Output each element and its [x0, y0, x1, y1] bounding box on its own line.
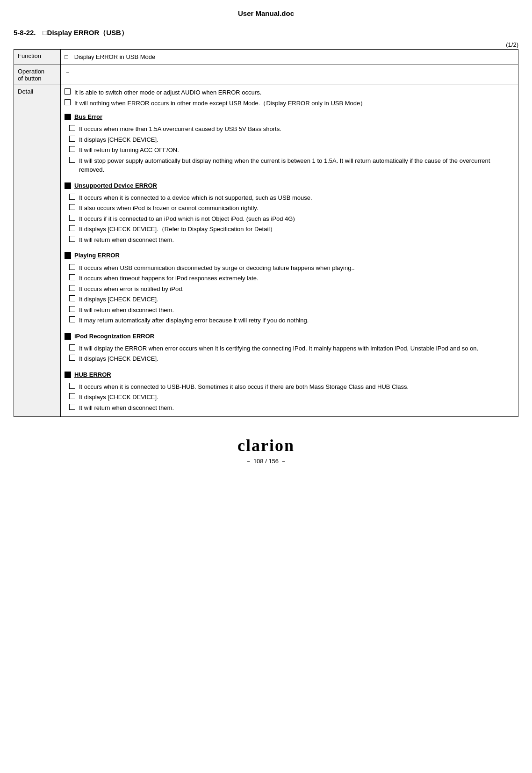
function-row: Function □ Display ERROR in USB Mode	[14, 50, 518, 65]
ipod-recog-list: It will display the ERROR when error occ…	[69, 344, 514, 364]
bus-error-item-1: It occurs when more than 1.5A overcurren…	[69, 124, 514, 134]
footer: clarion － 108 / 156 －	[14, 436, 518, 466]
intro-item-1: It is able to switch other mode or adjus…	[65, 88, 514, 97]
checkbox-icon	[69, 316, 75, 322]
playing-error-item-6: It may return automatically after displa…	[69, 316, 514, 325]
bus-error-list: It occurs when more than 1.5A overcurren…	[69, 124, 514, 175]
ipod-recog-item-1: It will display the ERROR when error occ…	[69, 344, 514, 353]
unsupported-title: Unsupported Device ERROR	[65, 181, 514, 190]
detail-row: Detail It is able to switch other mode o…	[14, 85, 518, 417]
playing-error-list: It occurs when USB communication disconn…	[69, 263, 514, 325]
bus-error-item-2: It displays [CHECK DEVICE].	[69, 135, 514, 145]
checkbox-icon	[69, 285, 75, 291]
bus-error-title: Bus Error	[65, 112, 514, 122]
hub-error-section: HUB ERROR It occurs when it is connected…	[65, 370, 514, 413]
detail-content: It is able to switch other mode or adjus…	[61, 85, 518, 417]
playing-error-item-1: It occurs when USB communication disconn…	[69, 263, 514, 273]
detail-label: Detail	[14, 85, 61, 417]
ipod-recog-item-2: It displays [CHECK DEVICE].	[69, 354, 514, 364]
checkbox-icon	[69, 125, 75, 131]
footer-page-num: － 108 / 156 －	[14, 457, 518, 466]
function-label: Function	[14, 50, 61, 65]
intro-checks: It is able to switch other mode or adjus…	[65, 88, 514, 108]
intro-item-2: It will nothing when ERROR occurs in oth…	[65, 99, 514, 108]
bus-error-item-3: It will return by turning ACC OFF/ON.	[69, 146, 514, 155]
checkbox-icon	[65, 99, 71, 105]
unsupported-item-4: It displays [CHECK DEVICE].（Refer to Dis…	[69, 225, 514, 234]
checkbox-icon	[69, 393, 75, 399]
section-heading: 5-8-22. □Display ERROR（USB）	[14, 29, 128, 37]
ipod-recog-section: iPod Recognization ERROR It will display…	[65, 332, 514, 364]
clarion-logo: clarion	[14, 436, 518, 455]
bus-error-item-4: It will stop power supply automatically …	[69, 156, 514, 175]
black-square-icon	[65, 252, 71, 259]
checkbox-icon	[69, 274, 75, 280]
hub-error-item-1: It occurs when it is connected to USB-HU…	[69, 382, 514, 392]
checkbox-icon	[69, 146, 75, 152]
black-square-icon	[65, 372, 71, 378]
operation-row: Operationof button －	[14, 65, 518, 85]
playing-error-title: Playing ERROR	[65, 251, 514, 260]
operation-content: －	[61, 65, 518, 85]
checkbox-icon	[69, 236, 75, 242]
checkbox-icon	[65, 88, 71, 95]
unsupported-section: Unsupported Device ERROR It occurs when …	[65, 181, 514, 245]
checkbox-icon	[69, 136, 75, 142]
unsupported-item-5: It will return when disconnect them.	[69, 235, 514, 245]
unsupported-list: It occurs when it is connected to a devi…	[69, 193, 514, 245]
main-table: Function □ Display ERROR in USB Mode Ope…	[14, 49, 518, 417]
hub-error-item-3: It will return when disconnect them.	[69, 403, 514, 413]
checkbox-icon	[69, 383, 75, 389]
playing-error-item-5: It will return when disconnect them.	[69, 306, 514, 315]
checkbox-icon	[69, 306, 75, 312]
unsupported-item-1: It occurs when it is connected to a devi…	[69, 193, 514, 203]
checkbox-icon	[69, 355, 75, 361]
operation-label: Operationof button	[14, 65, 61, 85]
checkbox-icon	[69, 264, 75, 270]
function-content: □ Display ERROR in USB Mode	[61, 50, 518, 65]
hub-error-item-2: It displays [CHECK DEVICE].	[69, 393, 514, 402]
checkbox-icon	[69, 295, 75, 301]
intro-item-1-text: It is able to switch other mode or adjus…	[74, 88, 514, 97]
page-title: User Manual.doc	[14, 9, 518, 17]
page-num: (1/2)	[14, 41, 518, 48]
checkbox-icon	[69, 404, 75, 410]
playing-error-item-4: It displays [CHECK DEVICE].	[69, 295, 514, 304]
playing-error-item-2: It occurs when timeout happens for iPod …	[69, 274, 514, 283]
checkbox-icon	[69, 157, 75, 163]
hub-error-title: HUB ERROR	[65, 370, 514, 379]
black-square-icon	[65, 182, 71, 189]
unsupported-item-3: It occurs if it is connected to an iPod …	[69, 214, 514, 224]
playing-error-section: Playing ERROR It occurs when USB communi…	[65, 251, 514, 325]
black-square-icon	[65, 333, 71, 340]
playing-error-item-3: It occurs when error is notified by iPod…	[69, 284, 514, 294]
intro-item-2-text: It will nothing when ERROR occurs in oth…	[74, 99, 514, 108]
bus-error-section: Bus Error It occurs when more than 1.5A …	[65, 112, 514, 175]
checkbox-icon	[69, 225, 75, 231]
black-square-icon	[65, 114, 71, 120]
checkbox-icon	[69, 344, 75, 350]
checkbox-icon	[69, 204, 75, 210]
checkbox-icon	[69, 194, 75, 200]
checkbox-icon	[69, 215, 75, 221]
ipod-recog-title: iPod Recognization ERROR	[65, 332, 514, 341]
unsupported-item-2: It also occurs when iPod is frozen or ca…	[69, 204, 514, 213]
hub-error-list: It occurs when it is connected to USB-HU…	[69, 382, 514, 413]
